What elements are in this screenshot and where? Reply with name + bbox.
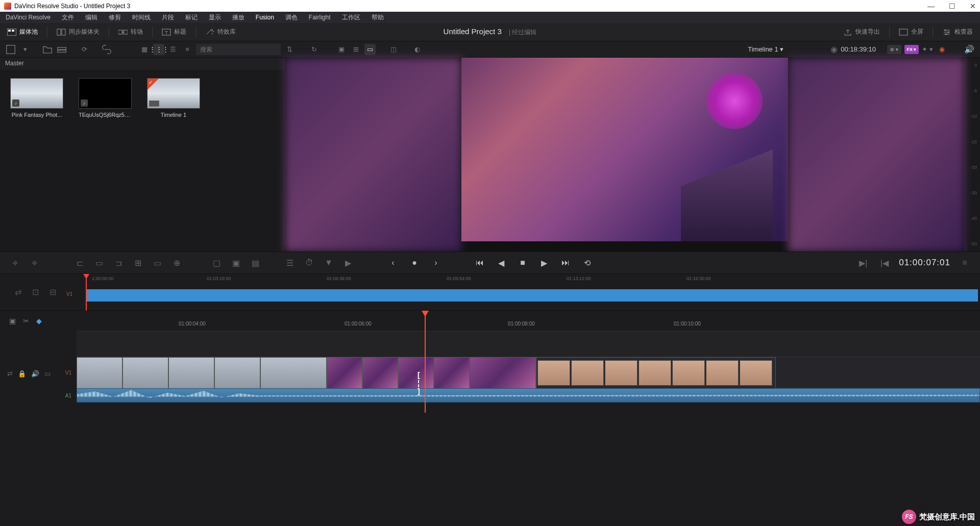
- menu-davinci[interactable]: DaVinci Resolve: [0, 14, 56, 21]
- smart-insert-button[interactable]: ⎆: [28, 256, 42, 270]
- menu-color[interactable]: 调色: [280, 13, 303, 22]
- syncbin-toggle[interactable]: 同步媒体夹: [57, 28, 100, 36]
- new-bin-button[interactable]: [42, 44, 53, 55]
- link-button[interactable]: [101, 44, 112, 55]
- mediapool-toggle[interactable]: 媒体池: [7, 28, 38, 36]
- append-button[interactable]: ▭: [150, 256, 164, 270]
- boring-detector-button[interactable]: ⎆: [8, 256, 22, 270]
- mini-tool-2[interactable]: ⊡: [32, 287, 44, 297]
- menu-edit[interactable]: 编辑: [80, 13, 103, 22]
- menu-mark[interactable]: 标记: [180, 13, 203, 22]
- import-button[interactable]: [5, 44, 16, 55]
- video-clip[interactable]: [260, 357, 327, 389]
- loop-button[interactable]: ⟲: [580, 256, 594, 270]
- video-clip[interactable]: [362, 357, 398, 389]
- timeline-body[interactable]: [77, 357, 980, 526]
- minimize-button[interactable]: —: [927, 2, 935, 10]
- audio-track-header[interactable]: A1: [0, 388, 77, 403]
- close-button[interactable]: ✕: [970, 2, 976, 10]
- stop2-button[interactable]: ●: [407, 256, 422, 270]
- sort-button[interactable]: ⇅: [284, 44, 295, 55]
- mini-playhead[interactable]: [86, 274, 87, 311]
- prev-edit-button[interactable]: ‹: [386, 256, 400, 270]
- video-button[interactable]: ▭: [44, 370, 51, 378]
- overwrite-button[interactable]: ▭: [92, 256, 106, 270]
- mini-clip-bar[interactable]: [86, 289, 978, 302]
- video-clip[interactable]: [398, 357, 434, 389]
- fx-badge[interactable]: FX ▾: [904, 45, 919, 54]
- first-frame-button[interactable]: ⏮: [473, 256, 487, 270]
- menu-trim[interactable]: 修剪: [103, 13, 127, 22]
- bypass-button[interactable]: ⊘ ▾: [887, 45, 901, 54]
- quickexport-button[interactable]: 快速导出: [843, 27, 880, 38]
- safe-area-button[interactable]: ▣: [336, 44, 347, 55]
- bin-header[interactable]: Master: [0, 58, 285, 70]
- reset-button[interactable]: ↻: [308, 44, 320, 55]
- replace-button[interactable]: ⊐: [111, 256, 126, 270]
- lock-button[interactable]: 🔒: [18, 370, 26, 378]
- scopes-button[interactable]: ◉: [936, 44, 947, 55]
- mini-tool-3[interactable]: ⊟: [50, 287, 62, 297]
- snap-button[interactable]: ◆: [36, 317, 42, 325]
- video-clip[interactable]: [327, 357, 362, 389]
- fit-button[interactable]: ⊞: [131, 256, 145, 270]
- maximize-button[interactable]: ☐: [949, 2, 955, 10]
- list-view-button[interactable]: ≡: [182, 44, 193, 55]
- insert-button[interactable]: ⊏: [72, 256, 87, 270]
- jump-prev-button[interactable]: |◀: [877, 256, 892, 270]
- guides-button[interactable]: ⊞: [350, 44, 361, 55]
- ripple-button[interactable]: ⊕: [169, 256, 184, 270]
- new-timeline-button[interactable]: [56, 44, 67, 55]
- video-clip[interactable]: [536, 357, 776, 389]
- clip-item[interactable]: ♪ Pink Fantasy Phot...: [10, 78, 63, 118]
- tool-3[interactable]: ▤: [248, 256, 262, 270]
- stop-button[interactable]: ■: [516, 256, 530, 270]
- titles-toggle[interactable]: T 标题: [162, 28, 186, 36]
- tool-2[interactable]: ▣: [229, 256, 243, 270]
- menu-help[interactable]: 帮助: [366, 13, 389, 22]
- timeline-view-button[interactable]: ▣: [9, 317, 16, 325]
- record-timecode[interactable]: 01:00:07:01: [899, 258, 950, 268]
- viewer-canvas[interactable]: [461, 58, 788, 241]
- timeline-selector[interactable]: Timeline 1 ▾: [748, 45, 783, 53]
- timeline-playhead[interactable]: [ ¦ ]: [425, 311, 426, 413]
- effects-toggle[interactable]: 特效库: [205, 28, 236, 36]
- transitions-toggle[interactable]: 转场: [118, 28, 143, 36]
- video-clip[interactable]: [470, 357, 536, 389]
- camera-button[interactable]: ◐: [411, 44, 423, 55]
- audio-clip[interactable]: [77, 388, 980, 403]
- audio-button[interactable]: 🔊: [31, 370, 39, 378]
- jump-next-button[interactable]: ▶|: [856, 256, 870, 270]
- mute-button[interactable]: 🔊: [964, 44, 975, 55]
- mini-tool-1[interactable]: ⇄: [15, 287, 27, 297]
- tool-1[interactable]: ▢: [209, 256, 224, 270]
- inspector-toggle[interactable]: 检查器: [942, 27, 973, 38]
- video-clip[interactable]: [77, 357, 122, 389]
- reverse-button[interactable]: ◀: [494, 256, 508, 270]
- razor-button[interactable]: ✂: [23, 317, 29, 325]
- multicam-button[interactable]: ◫: [388, 44, 399, 55]
- menu-clip[interactable]: 片段: [156, 13, 180, 22]
- menu-timeline[interactable]: 时间线: [127, 13, 156, 22]
- options-button[interactable]: ☰: [283, 256, 297, 270]
- strip-view-button[interactable]: ☰: [167, 44, 179, 55]
- tools-button[interactable]: ▭: [364, 44, 376, 55]
- refresh-button[interactable]: ⟳: [79, 44, 90, 55]
- menu-view[interactable]: 显示: [203, 13, 227, 22]
- timeline-ruler[interactable]: [ ¦ ] 01:00:04:0001:00:06:0001:00:08:000…: [77, 311, 980, 331]
- fast-button[interactable]: ▶: [341, 256, 355, 270]
- next-edit-button[interactable]: ›: [429, 256, 443, 270]
- import-dropdown[interactable]: ▾: [19, 44, 31, 55]
- marker-dropdown[interactable]: ▼: [322, 256, 336, 270]
- mini-track-area[interactable]: 1:00:00:0001:03:18:0001:06:36:0001:09:54…: [77, 274, 980, 310]
- menu-workspace[interactable]: 工作区: [336, 13, 366, 22]
- clip-item[interactable]: Timeline 1: [147, 78, 200, 118]
- speed-button[interactable]: ⏱: [302, 256, 316, 270]
- search-input[interactable]: [196, 44, 281, 55]
- menu-playback[interactable]: 播放: [227, 13, 250, 22]
- auto-track-button[interactable]: ⇄: [7, 370, 13, 378]
- menu-fairlight[interactable]: Fairlight: [303, 14, 336, 21]
- wand-button[interactable]: ✦ ▾: [922, 44, 933, 55]
- play-button[interactable]: ▶: [537, 256, 551, 270]
- last-frame-button[interactable]: ⏭: [558, 256, 573, 270]
